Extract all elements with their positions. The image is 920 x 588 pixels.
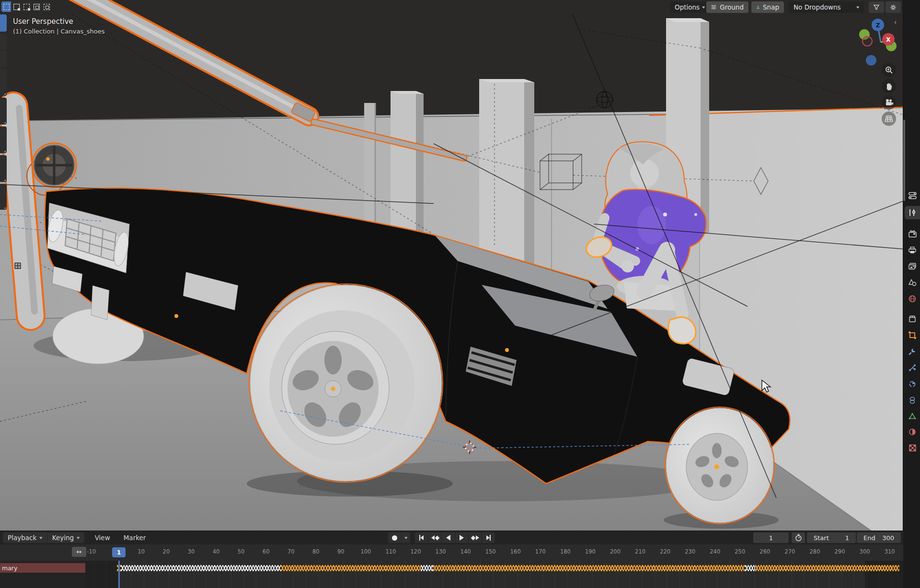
- auto-key-button[interactable]: [388, 532, 401, 543]
- current-frame-field[interactable]: 1: [753, 532, 789, 543]
- ruler-frame-label[interactable]: 170: [535, 548, 546, 555]
- ruler-frame-label[interactable]: 40: [213, 548, 220, 555]
- tab-render[interactable]: [905, 227, 920, 240]
- keyframe-segment[interactable]: [421, 565, 433, 571]
- tab-object-data[interactable]: [905, 409, 920, 423]
- tab-properties-editor[interactable]: [905, 189, 920, 202]
- axis-z-neg-ball[interactable]: [866, 55, 876, 66]
- jump-to-end-button[interactable]: [482, 532, 495, 543]
- ruler-frame-label[interactable]: 20: [163, 548, 170, 555]
- ground-toggle[interactable]: Ground: [706, 1, 748, 13]
- tab-texture[interactable]: [905, 441, 920, 454]
- tab-scene[interactable]: [905, 276, 920, 289]
- ruler-frame-label[interactable]: 200: [610, 548, 621, 555]
- current-frame-badge[interactable]: 1: [112, 547, 126, 557]
- ruler-frame-label[interactable]: 50: [238, 548, 245, 555]
- keyframe-segment[interactable]: [121, 565, 281, 571]
- pillar-middle[interactable]: [479, 79, 534, 275]
- zoom-view-button[interactable]: [882, 63, 896, 77]
- toolbar-tool-6[interactable]: [0, 126, 7, 153]
- ruler-frame-label[interactable]: 260: [759, 548, 770, 555]
- viewport-3d[interactable]: User Perspective (1) Collection | Canvas…: [0, 0, 903, 531]
- summary-channel[interactable]: mary: [0, 563, 85, 573]
- playhead[interactable]: [118, 561, 120, 588]
- tab-tool[interactable]: [905, 206, 920, 219]
- timeline-ruler[interactable]: ↔ -1010203040506070809010011012013014015…: [0, 544, 903, 561]
- ruler-frame-label[interactable]: 100: [360, 548, 371, 555]
- jump-to-start-button[interactable]: [415, 532, 428, 543]
- select-invert-icon[interactable]: [32, 1, 41, 12]
- ortho-toggle-button[interactable]: [882, 112, 896, 126]
- ruler-frame-label[interactable]: 250: [735, 548, 745, 555]
- menu-view[interactable]: View: [88, 534, 117, 542]
- menu-playback[interactable]: Playback▾: [3, 532, 47, 543]
- auto-key-dropdown[interactable]: ▾: [402, 532, 410, 543]
- front-wheel[interactable]: [249, 284, 443, 482]
- toolbar-tool-5[interactable]: [0, 98, 7, 124]
- ruler-frame-label[interactable]: 70: [288, 548, 295, 555]
- toolbar-tool-4[interactable]: [0, 69, 7, 96]
- ruler-frame-label[interactable]: 300: [860, 548, 870, 555]
- viewport-scene[interactable]: [0, 0, 903, 531]
- toolbar-tool-2[interactable]: [0, 34, 7, 50]
- tab-collection[interactable]: [905, 312, 920, 326]
- keyframe-segment[interactable]: [745, 565, 755, 571]
- overlays-dropdown[interactable]: No Dropdowns▾: [789, 1, 864, 13]
- menu-keying[interactable]: Keying▾: [47, 532, 84, 543]
- ruler-frame-label[interactable]: -10: [87, 548, 96, 555]
- ruler-frame-label[interactable]: 310: [885, 548, 895, 555]
- filter-button[interactable]: [869, 1, 884, 13]
- pan-view-button[interactable]: [882, 79, 896, 93]
- select-subtract-icon[interactable]: [22, 1, 31, 12]
- ruler-frame-label[interactable]: 110: [385, 548, 396, 555]
- keyframe-segment[interactable]: [281, 565, 421, 571]
- tab-material[interactable]: [905, 425, 920, 439]
- timeline-tracks[interactable]: mary: [0, 561, 903, 588]
- ruler-frame-label[interactable]: 160: [510, 548, 521, 555]
- region-collapse-icon[interactable]: ‹: [894, 17, 897, 27]
- ruler-frame-label[interactable]: 130: [436, 548, 446, 555]
- toolbar-tool-8[interactable]: [0, 184, 7, 210]
- next-keyframe-button[interactable]: [469, 532, 482, 543]
- menu-marker[interactable]: Marker: [117, 534, 153, 542]
- ruler-frame-label[interactable]: 150: [485, 548, 496, 555]
- toolbar-tool-7[interactable]: [0, 155, 7, 182]
- play-button[interactable]: [455, 532, 468, 543]
- tab-output[interactable]: [905, 243, 920, 257]
- prev-keyframe-button[interactable]: [428, 532, 441, 543]
- tab-constraints[interactable]: [905, 394, 920, 407]
- select-set-icon[interactable]: [1, 1, 11, 12]
- ruler-frame-label[interactable]: 230: [685, 548, 695, 555]
- ruler-frame-label[interactable]: 240: [710, 548, 720, 555]
- tab-object[interactable]: [905, 328, 920, 342]
- ruler-frame-label[interactable]: 210: [635, 548, 645, 555]
- camera-view-button[interactable]: [882, 95, 896, 110]
- tab-view-layer[interactable]: [905, 260, 920, 273]
- ruler-frame-label[interactable]: 80: [312, 548, 320, 555]
- ruler-frame-label[interactable]: 140: [460, 548, 471, 555]
- snap-toggle[interactable]: Snap: [751, 1, 784, 13]
- ruler-frame-label[interactable]: 270: [784, 548, 795, 555]
- tab-modifiers[interactable]: [905, 345, 920, 358]
- select-intersect-icon[interactable]: [42, 1, 51, 12]
- canvas-shoe-foot[interactable]: [668, 317, 696, 344]
- ruler-frame-label[interactable]: 60: [263, 548, 270, 555]
- select-extend-icon[interactable]: [12, 1, 21, 12]
- frame-start-field[interactable]: Start1: [807, 532, 856, 543]
- tab-particles[interactable]: [905, 361, 920, 374]
- ruler-frame-label[interactable]: 30: [188, 548, 195, 555]
- ruler-frame-label[interactable]: 10: [138, 548, 145, 555]
- options-menu[interactable]: Options▾: [670, 1, 712, 13]
- ruler-frame-label[interactable]: 220: [660, 548, 670, 555]
- frame-end-field[interactable]: End300: [857, 532, 901, 543]
- settings-button[interactable]: [886, 1, 901, 13]
- use-preview-range-button[interactable]: [792, 532, 805, 543]
- ruler-frame-label[interactable]: 280: [809, 548, 820, 555]
- toolbar-tool-3[interactable]: [0, 51, 7, 67]
- toolbar-tweak-tool[interactable]: [0, 14, 7, 32]
- keyframe-segment[interactable]: [755, 565, 900, 571]
- axis-x-neg-ball[interactable]: [862, 36, 872, 46]
- ruler-frame-label[interactable]: 120: [411, 548, 421, 555]
- zoom-to-fit-button[interactable]: ↔: [72, 547, 86, 557]
- keyframe-layer[interactable]: [0, 565, 903, 572]
